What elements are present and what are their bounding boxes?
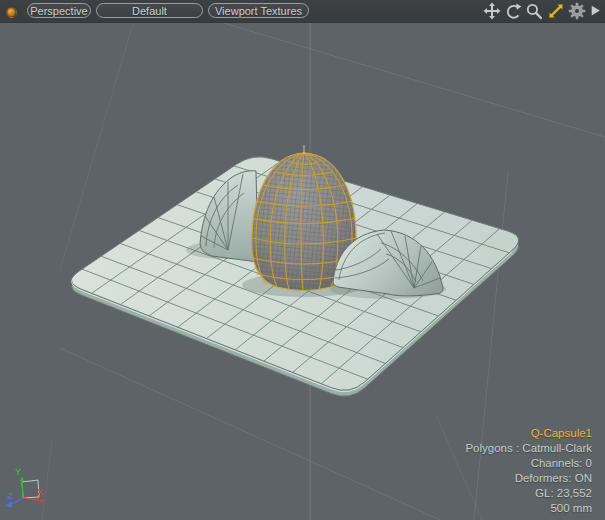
axis-y-label: Y bbox=[15, 467, 21, 477]
info-grid-size: 500 mm bbox=[465, 501, 592, 516]
info-deformers: Deformers: ON bbox=[465, 471, 592, 486]
info-polygons: Polygons : Catmull-Clark bbox=[465, 441, 592, 456]
info-gl-count: GL: 23,552 bbox=[465, 486, 592, 501]
zoom-icon[interactable] bbox=[525, 2, 543, 20]
maximize-icon[interactable] bbox=[547, 2, 565, 20]
info-channels: Channels: 0 bbox=[465, 456, 592, 471]
axis-x-label: X bbox=[37, 487, 43, 497]
viewport-info-overlay: Q-Capsule1 Polygons : Catmull-Clark Chan… bbox=[465, 426, 592, 516]
viewport-3d-area: Y X Z Q-Capsule1 Polygons : Catmull-Clar… bbox=[0, 22, 605, 520]
selected-item-name: Q-Capsule1 bbox=[465, 426, 592, 441]
rollover-dot-icon[interactable] bbox=[6, 7, 17, 18]
modo-viewport-window: Perspective Default Viewport Textures bbox=[0, 0, 605, 520]
pan-icon[interactable] bbox=[483, 2, 501, 20]
viewport-header-bar: Perspective Default Viewport Textures bbox=[0, 0, 605, 23]
view-type-button[interactable]: Perspective bbox=[27, 3, 91, 18]
viewport-textures-button[interactable]: Viewport Textures bbox=[208, 3, 309, 18]
settings-gear-icon[interactable] bbox=[568, 2, 586, 20]
shading-style-button[interactable]: Default bbox=[96, 3, 203, 18]
rotate-icon[interactable] bbox=[504, 2, 522, 20]
axis-z-label: Z bbox=[7, 491, 13, 501]
expand-arrow-icon[interactable] bbox=[590, 4, 605, 22]
